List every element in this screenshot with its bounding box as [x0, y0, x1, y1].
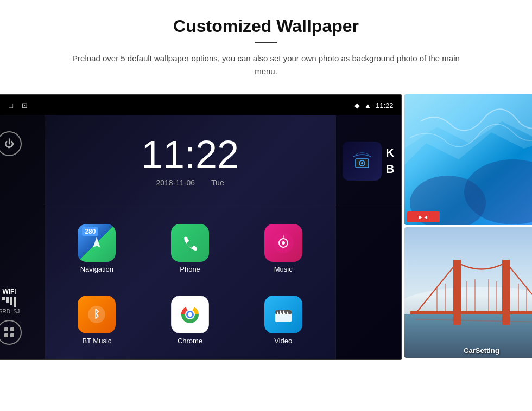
main-content: ◁ ○ □ ⊡ ◆ ▲ 11:22 ⏻	[0, 89, 532, 371]
wifi-bar-2	[6, 297, 9, 303]
wifi-icon: ▲	[364, 101, 371, 110]
clock-day-value: Tue	[211, 178, 224, 187]
svg-point-13	[188, 312, 192, 317]
navigation-icon: 280	[78, 224, 116, 262]
app-chrome[interactable]: Chrome	[143, 284, 237, 356]
btmusic-icon: ᛒ	[78, 296, 116, 333]
svg-rect-0	[4, 327, 8, 331]
app-music[interactable]: ♪ Music	[237, 213, 330, 284]
app-screen: ⏻ WiFi SRD_SJ	[0, 115, 401, 360]
app-btmusic[interactable]: ᛒ BT Music	[50, 284, 144, 356]
power-icon: ⏻	[4, 138, 14, 150]
wifi-label: WiFi	[0, 288, 20, 296]
music-icon: ♪	[264, 224, 302, 262]
app-music-label: Music	[274, 265, 293, 273]
music-svg: ♪	[272, 232, 295, 254]
sidebar-bottom: WiFi SRD_SJ	[0, 288, 22, 345]
bridge-wallpaper-svg	[404, 227, 533, 358]
title-divider	[255, 42, 277, 43]
status-bar-left: ◁ ○ □ ⊡	[0, 101, 28, 110]
page-subtitle: Preload over 5 default wallpaper options…	[71, 52, 461, 78]
wallpaper-bridge[interactable]: CarSetting	[404, 227, 533, 358]
status-bar-right: ◆ ▲ 11:22	[354, 101, 393, 110]
app-chrome-label: Chrome	[178, 337, 202, 345]
wallpaper-panel: ▶ ◀	[404, 94, 533, 358]
svg-rect-33	[410, 311, 533, 314]
chrome-icon	[171, 296, 209, 333]
video-svg	[273, 304, 294, 325]
app-video-label: Video	[274, 337, 292, 345]
radio-signal-icon	[350, 149, 374, 173]
image-icon[interactable]: ⊡	[22, 101, 28, 110]
power-button[interactable]: ⏻	[0, 131, 22, 156]
grid-icon	[3, 326, 15, 338]
wifi-info: WiFi SRD_SJ	[0, 288, 20, 314]
app-btmusic-label: BT Music	[82, 337, 111, 345]
wifi-bar-1	[2, 297, 5, 300]
svg-rect-1	[10, 327, 14, 331]
app-navigation-label: Navigation	[80, 265, 113, 273]
carsetting-label: CarSetting	[464, 346, 499, 355]
app-phone[interactable]: Phone	[143, 213, 237, 284]
svg-rect-2	[4, 333, 8, 337]
clock-date: 2018-11-06 Tue	[156, 178, 224, 187]
svg-point-6	[282, 241, 285, 245]
clock-date-value: 2018-11-06	[156, 178, 195, 187]
status-time: 11:22	[376, 101, 394, 110]
sidebar-top: ⏻	[0, 131, 22, 156]
recents-icon[interactable]: □	[9, 101, 13, 110]
page-title: Customized Wallpaper	[43, 16, 489, 36]
svg-text:ᛒ: ᛒ	[93, 308, 100, 320]
apps-grid-button[interactable]	[0, 320, 22, 345]
apps-grid: 280 Navigation	[45, 207, 335, 360]
phone-icon	[171, 224, 209, 262]
location-icon: ◆	[354, 101, 360, 110]
wallpaper-ice[interactable]: ▶ ◀	[404, 94, 533, 225]
svg-rect-3	[10, 333, 14, 337]
k-b-labels: K B	[386, 146, 395, 176]
app-phone-label: Phone	[180, 265, 200, 273]
page-header: Customized Wallpaper Preload over 5 defa…	[0, 0, 532, 89]
svg-point-18	[361, 162, 363, 164]
chrome-svg	[176, 300, 204, 329]
app-navigation[interactable]: 280 Navigation	[50, 213, 144, 284]
ice-wallpaper-svg	[404, 94, 533, 225]
video-icon	[264, 296, 302, 333]
clock-area: 11:22 2018-11-06 Tue	[45, 115, 335, 207]
wifi-bars	[0, 297, 20, 307]
wifi-bar-3	[10, 297, 12, 305]
top-right-icons: K B	[336, 115, 401, 207]
device-frame: ◁ ○ □ ⊡ ◆ ▲ 11:22 ⏻	[0, 94, 402, 360]
svg-text:♪: ♪	[282, 233, 285, 241]
b-label: B	[386, 162, 395, 176]
wifi-bar-4	[14, 297, 16, 307]
wifi-ssid: SRD_SJ	[0, 309, 20, 314]
k-label: K	[386, 146, 395, 160]
status-bar: ◁ ○ □ ⊡ ◆ ▲ 11:22	[0, 95, 401, 115]
app-video[interactable]: Video	[237, 284, 330, 356]
clock-time: 11:22	[141, 135, 239, 174]
radio-icon-box[interactable]	[343, 142, 382, 181]
right-icons-panel: K B	[335, 115, 401, 360]
wallpaper-ice-overlay: ▶ ◀	[407, 211, 440, 222]
left-sidebar: ⏻ WiFi SRD_SJ	[0, 115, 45, 360]
btmusic-svg: ᛒ	[86, 304, 107, 325]
main-panel: 11:22 2018-11-06 Tue 280	[45, 115, 335, 360]
phone-svg	[179, 232, 201, 254]
